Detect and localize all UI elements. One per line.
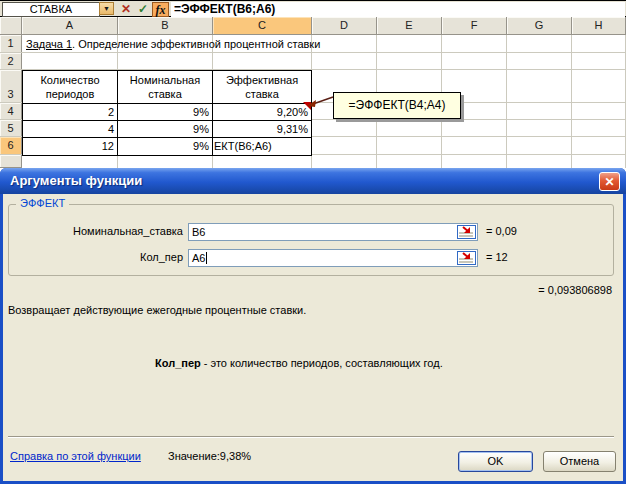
function-description: Возвращает действующие ежегодные процент… bbox=[8, 304, 306, 316]
row-header-7[interactable] bbox=[0, 155, 22, 168]
formula-bar: СТАВКА ▼ ✕ ✓ fx =ЭФФЕКТ(B6;A6) bbox=[0, 0, 626, 17]
help-link[interactable]: Справка по этой функции bbox=[10, 450, 141, 462]
cell-c4[interactable]: 9,20% bbox=[213, 104, 312, 121]
cancel-button[interactable]: Отмена bbox=[543, 451, 616, 472]
row-header-6[interactable]: 6 bbox=[0, 137, 22, 155]
periods-value: A6 bbox=[192, 252, 205, 264]
dialog-titlebar[interactable]: Аргументы функции bbox=[0, 168, 626, 194]
formula-result-value: = 0,093806898 bbox=[303, 284, 612, 296]
argument-text: - это количество периодов, составляющих … bbox=[201, 357, 443, 369]
nominal-rate-result: = 0,09 bbox=[486, 225, 517, 237]
cell-c5[interactable]: 9,31% bbox=[213, 121, 312, 138]
column-header-b[interactable]: B bbox=[118, 17, 213, 35]
nominal-rate-label: Номинальная_ставка bbox=[8, 225, 183, 237]
text-caret bbox=[206, 252, 207, 264]
argument-help: Кол_пер - это количество периодов, соста… bbox=[155, 357, 443, 369]
row-header-2[interactable]: 2 bbox=[0, 53, 22, 70]
cell-a1-rest: . Определение эффективной процентной ста… bbox=[72, 38, 320, 50]
value-line: Значение:9,38% bbox=[168, 450, 251, 462]
cell-b5[interactable]: 9% bbox=[118, 121, 213, 138]
cell-a3[interactable]: Количество периодов bbox=[23, 71, 118, 104]
periods-result: = 12 bbox=[486, 251, 508, 263]
rates-table: Количество периодов Номинальная ставка Э… bbox=[22, 70, 312, 156]
column-header-d[interactable]: D bbox=[312, 17, 377, 35]
row-header-3[interactable]: 3 bbox=[0, 70, 22, 103]
cell-b6[interactable]: 9% bbox=[118, 138, 213, 156]
name-box[interactable]: СТАВКА bbox=[2, 2, 100, 17]
excel-window: СТАВКА ▼ ✕ ✓ fx =ЭФФЕКТ(B6;A6) A B C D E… bbox=[0, 0, 626, 484]
column-header-h[interactable]: H bbox=[572, 17, 626, 35]
cancel-entry-icon[interactable]: ✕ bbox=[118, 1, 134, 17]
formula-input[interactable]: =ЭФФЕКТ(B6;A6) bbox=[171, 2, 625, 17]
column-header-c[interactable]: C bbox=[213, 17, 312, 35]
row-header-4[interactable]: 4 bbox=[0, 103, 22, 120]
column-header-e[interactable]: E bbox=[377, 17, 442, 35]
periods-label: Кол_пер bbox=[8, 251, 183, 263]
column-header-a[interactable]: A bbox=[22, 17, 118, 35]
cell-b3[interactable]: Номинальная ставка bbox=[118, 71, 213, 104]
function-arguments-dialog: Аргументы функции ✕ ЭФФЕКТ Номинальная_с… bbox=[0, 168, 626, 484]
cell-a1-task-label: Задача 1 bbox=[26, 38, 72, 50]
cell-c3[interactable]: Эффективная ставка bbox=[213, 71, 312, 104]
cell-a6[interactable]: 12 bbox=[23, 138, 118, 156]
periods-input[interactable]: A6 bbox=[188, 249, 478, 267]
nominal-rate-input[interactable]: B6 bbox=[188, 223, 478, 241]
value-label: Значение: bbox=[168, 450, 220, 462]
comment-tooltip: =ЭФФЕКТ(B4;A4) bbox=[333, 92, 461, 119]
enter-entry-icon[interactable]: ✓ bbox=[135, 1, 151, 17]
column-header-g[interactable]: G bbox=[507, 17, 572, 35]
name-box-dropdown-icon[interactable]: ▼ bbox=[99, 2, 114, 15]
insert-function-icon[interactable]: fx bbox=[152, 2, 169, 17]
function-name-label: ЭФФЕКТ bbox=[16, 197, 69, 209]
cell-a1[interactable]: Задача 1. Определение эффективной процен… bbox=[26, 38, 320, 50]
select-all-corner[interactable] bbox=[0, 17, 22, 35]
cell-a4[interactable]: 2 bbox=[23, 104, 118, 121]
column-header-f[interactable]: F bbox=[442, 17, 507, 35]
collapse-dialog-icon[interactable] bbox=[457, 225, 476, 239]
argument-term: Кол_пер bbox=[155, 357, 201, 369]
ok-button[interactable]: OK bbox=[458, 451, 533, 472]
value-text: 9,38% bbox=[220, 450, 251, 462]
collapse-dialog-icon[interactable] bbox=[457, 251, 476, 265]
cell-a5[interactable]: 4 bbox=[23, 121, 118, 138]
cell-b4[interactable]: 9% bbox=[118, 104, 213, 121]
close-icon[interactable]: ✕ bbox=[599, 172, 620, 191]
row-header-1[interactable]: 1 bbox=[0, 35, 22, 53]
nominal-rate-value: B6 bbox=[192, 226, 205, 238]
separator bbox=[8, 436, 614, 438]
dialog-body: ЭФФЕКТ Номинальная_ставка B6 = 0,09 Кол_… bbox=[3, 194, 623, 481]
cell-c6-editing[interactable]: ЕКТ(B6;A6) bbox=[213, 138, 312, 156]
row-header-5[interactable]: 5 bbox=[0, 120, 22, 137]
